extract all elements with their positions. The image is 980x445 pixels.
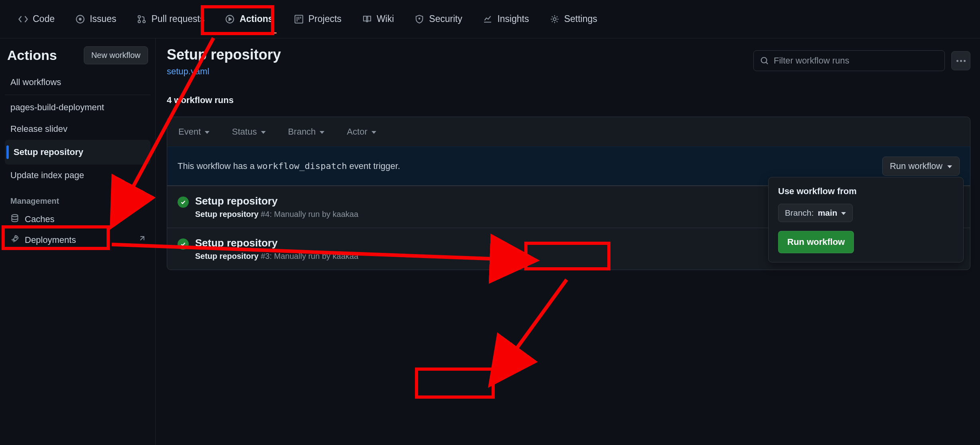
more-actions-button[interactable] (951, 51, 970, 70)
tab-issues[interactable]: Issues (67, 0, 125, 38)
svg-point-2 (138, 16, 140, 18)
caret-down-icon (371, 131, 376, 134)
filter-event[interactable]: Event (178, 127, 209, 137)
gear-icon (550, 14, 559, 24)
svg-point-4 (143, 20, 145, 23)
tab-settings[interactable]: Settings (541, 0, 606, 38)
sidebar-item-label: Update index page (10, 170, 84, 181)
sidebar-workflow-item[interactable]: Update index page (5, 165, 150, 186)
tab-label: Insights (497, 14, 529, 24)
run-title: Setup repository (195, 195, 358, 207)
run-workflow-popup: Use workflow from Branch: main Run workf… (768, 177, 964, 262)
tab-security[interactable]: Security (406, 0, 471, 38)
sidebar-caches[interactable]: Caches (5, 209, 150, 230)
issue-icon (75, 14, 85, 24)
sidebar-deployments[interactable]: Deployments (5, 230, 150, 250)
run-subtitle: Setup repository #3: Manually run by kaa… (195, 252, 358, 261)
filter-branch[interactable]: Branch (288, 127, 325, 137)
sidebar-item-label: All workflows (10, 77, 61, 87)
page-title: Setup repository (167, 46, 281, 63)
dispatch-code: workflow_dispatch (257, 161, 347, 171)
tab-pull-requests[interactable]: Pull requests (128, 0, 213, 38)
caret-down-icon (205, 131, 209, 134)
sidebar-workflow-item-active[interactable]: Setup repository (5, 140, 150, 165)
caret-down-icon (947, 165, 952, 168)
run-workflow-submit-button[interactable]: Run workflow (778, 231, 854, 253)
runs-panel: Event Status Branch Actor This workflow … (167, 117, 970, 270)
repo-tabnav: Code Issues Pull requests Actions Projec… (0, 0, 980, 38)
caret-down-icon (261, 131, 266, 134)
caret-down-icon (320, 131, 324, 134)
tab-label: Actions (239, 14, 273, 24)
sidebar-title: Actions (7, 48, 57, 63)
svg-point-8 (553, 18, 556, 20)
runs-filterbar: Event Status Branch Actor (167, 117, 970, 147)
main-content: Setup repository setup.yaml Filter workf… (156, 38, 980, 445)
status-success-icon (178, 197, 189, 208)
database-icon (10, 214, 19, 225)
dispatch-text-post: event trigger. (347, 161, 400, 171)
projects-icon (294, 14, 304, 24)
filter-runs-input[interactable]: Filter workflow runs (753, 50, 945, 71)
new-workflow-button[interactable]: New workflow (84, 46, 148, 64)
book-icon (362, 14, 372, 24)
svg-point-11 (761, 58, 767, 63)
tab-insights[interactable]: Insights (474, 0, 537, 38)
tab-wiki[interactable]: Wiki (354, 0, 403, 38)
svg-point-9 (12, 215, 18, 217)
sidebar-all-workflows[interactable]: All workflows (5, 72, 150, 93)
caret-down-icon (841, 212, 846, 215)
tab-code[interactable]: Code (10, 0, 63, 38)
run-title: Setup repository (195, 237, 358, 249)
tab-label: Code (33, 14, 55, 24)
svg-point-3 (138, 20, 140, 23)
sidebar-item-label: pages-build-deployment (10, 102, 104, 113)
popup-label: Use workflow from (778, 186, 954, 197)
tab-label: Wiki (377, 14, 394, 24)
sidebar-workflow-item[interactable]: pages-build-deployment (5, 97, 150, 118)
tab-label: Settings (564, 14, 597, 24)
tab-label: Projects (308, 14, 342, 24)
tab-actions[interactable]: Actions (216, 0, 282, 38)
dispatch-text-pre: This workflow has a (178, 161, 257, 171)
search-placeholder: Filter workflow runs (774, 56, 849, 66)
tab-label: Security (429, 14, 462, 24)
run-subtitle: Setup repository #4: Manually run by kaa… (195, 210, 358, 219)
tab-label: Pull requests (151, 14, 204, 24)
search-icon (760, 56, 769, 65)
tab-projects[interactable]: Projects (285, 0, 350, 38)
sidebar-item-label: Release slidev (10, 124, 67, 134)
external-link-icon (138, 235, 145, 245)
sidebar-item-label: Caches (25, 214, 55, 224)
graph-icon (483, 14, 492, 24)
svg-point-10 (16, 237, 17, 238)
sidebar-item-label: Setup repository (14, 147, 83, 157)
filter-status[interactable]: Status (232, 127, 265, 137)
svg-point-7 (419, 18, 420, 19)
sidebar-workflow-item[interactable]: Release slidev (5, 118, 150, 140)
filter-actor[interactable]: Actor (347, 127, 376, 137)
branch-select[interactable]: Branch: main (778, 204, 853, 222)
sidebar-management-label: Management (5, 186, 150, 209)
run-workflow-dropdown-button[interactable]: Run workflow (882, 157, 960, 176)
tab-label: Issues (90, 14, 116, 24)
actions-sidebar: Actions New workflow All workflows pages… (0, 38, 156, 445)
status-success-icon (178, 238, 189, 250)
rocket-icon (10, 234, 19, 246)
active-indicator (6, 145, 9, 159)
sidebar-item-label: Deployments (25, 235, 76, 245)
play-circle-icon (225, 14, 235, 24)
workflow-file-link[interactable]: setup.yaml (167, 66, 281, 77)
shield-icon (415, 14, 424, 24)
runs-count: 4 workflow runs (167, 95, 970, 105)
code-icon (18, 14, 28, 24)
pull-request-icon (137, 14, 146, 24)
svg-point-1 (79, 18, 81, 20)
